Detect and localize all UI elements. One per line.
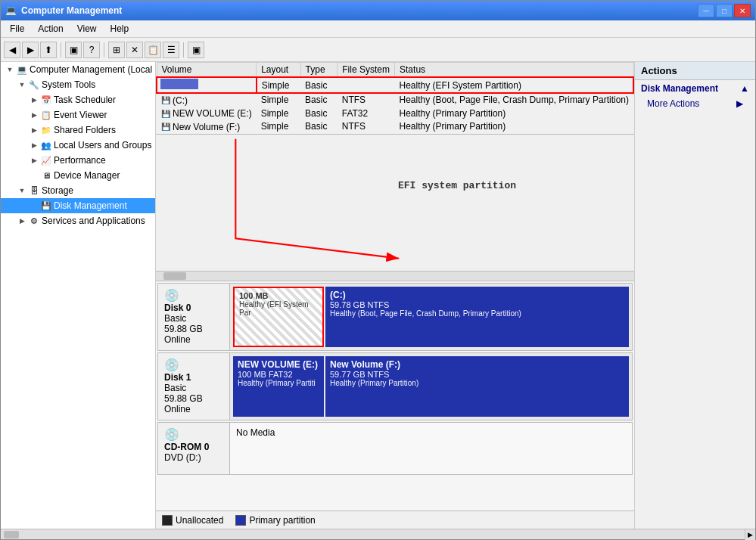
table-row[interactable]: Simple Basic Healthy (EFI System Partiti… [157, 77, 633, 93]
disk1-partitions: NEW VOLUME (E:) 100 MB FAT32 Healthy (Pr… [230, 353, 632, 420]
actions-panel: Actions Disk Management ▲ More Actions ▶ [634, 62, 755, 529]
submenu-arrow-icon: ▶ [736, 98, 743, 109]
sidebar-item-storage[interactable]: ▼ 🗄 Storage [1, 183, 155, 198]
expand-icon-none [28, 200, 40, 212]
bottom-scrollbar-thumb[interactable] [4, 531, 19, 538]
view-button[interactable]: ☰ [163, 42, 179, 58]
c-label: (C:) [330, 290, 624, 300]
table-cell-layout: Simple [257, 77, 300, 93]
sidebar: ▼ 💻 Computer Management (Local ▼ 🔧 Syste… [1, 62, 156, 529]
disk0-partitions: 100 MB Healthy (EFI System Par (C:) 59.7… [230, 284, 632, 350]
sidebar-item-local-users[interactable]: ▶ 👥 Local Users and Groups [1, 138, 155, 153]
disk-small-icon: 💾 [161, 123, 170, 131]
toolbar: ◀ ▶ ⬆ ▣ ? ⊞ ✕ 📋 ☰ ▣ [1, 38, 755, 62]
sidebar-label: Shared Folders [54, 125, 116, 135]
sidebar-item-root[interactable]: ▼ 💻 Computer Management (Local [1, 62, 155, 77]
minimize-button[interactable]: ─ [698, 4, 714, 17]
expand-icon: ▼ [4, 64, 16, 76]
title-bar: 💻 Computer Management ─ □ ✕ [1, 1, 755, 20]
disk-small-icon: 💾 [161, 96, 170, 104]
efi-status: Healthy (EFI System Par [239, 300, 318, 317]
show-hide-button[interactable]: ▣ [65, 42, 82, 58]
table-cell-fs [338, 77, 395, 93]
sidebar-item-device-manager[interactable]: 🖥 Device Manager [1, 168, 155, 183]
col-volume[interactable]: Volume [157, 63, 257, 78]
event-icon: 📋 [40, 109, 52, 121]
disk1-name: Disk 1 [164, 372, 223, 383]
actions-section[interactable]: Disk Management ▲ [635, 80, 755, 97]
table-row[interactable]: 💾 (C:) Simple Basic NTFS Healthy (Boot, … [157, 93, 633, 107]
sidebar-item-system-tools[interactable]: ▼ 🔧 System Tools [1, 77, 155, 92]
disk-table-area: Volume Layout Type File System Status [156, 62, 634, 135]
col-layout[interactable]: Layout [257, 63, 300, 78]
c-status: Healthy (Boot, Page File, Crash Dump, Pr… [330, 309, 624, 318]
table-row[interactable]: 💾 NEW VOLUME (E:) Simple Basic FAT32 Hea… [157, 107, 633, 120]
sidebar-label: System Tools [42, 79, 95, 90]
disk-visual-area: 💿 Disk 0 Basic 59.88 GB Online 100 MB He… [156, 281, 634, 511]
forward-button[interactable]: ▶ [22, 42, 39, 58]
up-button[interactable]: ⬆ [40, 42, 57, 58]
scrollbar-thumb[interactable] [163, 272, 186, 280]
expand-icon: ▶ [28, 109, 40, 121]
sidebar-item-task-scheduler[interactable]: ▶ 📅 Task Scheduler [1, 92, 155, 107]
col-status[interactable]: Status [395, 63, 633, 78]
legend-unalloc-box [162, 515, 173, 526]
table-scrollbar[interactable] [156, 271, 634, 281]
help-button[interactable]: ? [83, 42, 100, 58]
expand-icon: ▶ [28, 124, 40, 136]
sidebar-item-disk-management[interactable]: 💾 Disk Management [1, 198, 155, 213]
main-content: ▼ 💻 Computer Management (Local ▼ 🔧 Syste… [1, 62, 755, 529]
disk1-f-partition[interactable]: New Volume (F:) 59.77 GB NTFS Healthy (P… [325, 356, 629, 417]
storage-icon: 🗄 [28, 185, 40, 197]
extra-button[interactable]: ▣ [188, 42, 204, 58]
sidebar-item-performance[interactable]: ▶ 📈 Performance [1, 153, 155, 168]
expand-icon: ▼ [16, 79, 28, 91]
disk1-label: 💿 Disk 1 Basic 59.88 GB Online [158, 353, 230, 420]
disk0-type: Basic [164, 313, 223, 324]
close-button[interactable]: ✕ [734, 4, 751, 17]
efi-size: 100 MB [239, 291, 318, 300]
e-size: 100 MB FAT32 [238, 370, 319, 379]
disk0-efi-partition[interactable]: 100 MB Healthy (EFI System Par [233, 287, 324, 347]
bottom-scrollbar[interactable]: ▶ [1, 529, 755, 539]
delete-button[interactable]: ✕ [126, 42, 143, 58]
maximize-button[interactable]: □ [716, 4, 733, 17]
table-cell-status: Healthy (EFI System Partition) [395, 77, 633, 93]
actions-header: Actions [635, 62, 755, 80]
disk0-label: 💿 Disk 0 Basic 59.88 GB Online [158, 284, 230, 350]
col-fs[interactable]: File System [338, 63, 395, 78]
annotation-area: EFI system partition [156, 135, 634, 271]
cdrom0-icon: 💿 [164, 427, 223, 442]
sidebar-item-event-viewer[interactable]: ▶ 📋 Event Viewer [1, 107, 155, 123]
disk0-row: 💿 Disk 0 Basic 59.88 GB Online 100 MB He… [157, 283, 633, 351]
arrow-svg [156, 135, 634, 271]
sidebar-item-services[interactable]: ▶ ⚙ Services and Applications [1, 213, 155, 228]
collapse-icon: ▲ [740, 83, 749, 94]
sidebar-root-label: Computer Management (Local [30, 64, 152, 75]
properties-button[interactable]: 📋 [145, 42, 161, 58]
e-label: NEW VOLUME (E:) [238, 359, 319, 370]
new-window-button[interactable]: ⊞ [108, 42, 125, 58]
menu-view[interactable]: View [71, 22, 103, 36]
menu-file[interactable]: File [4, 22, 30, 36]
scroll-right-btn[interactable]: ▶ [745, 529, 755, 540]
legend-primary: Primary partition [235, 515, 315, 526]
performance-icon: 📈 [40, 154, 52, 166]
annotation-text: EFI system partition [398, 180, 516, 191]
sidebar-item-shared-folders[interactable]: ▶ 📁 Shared Folders [1, 123, 155, 138]
table-row[interactable]: 💾 New Volume (F:) Simple Basic NTFS Heal… [157, 120, 633, 134]
expand-icon: ▶ [16, 215, 28, 227]
expand-icon-none [28, 169, 40, 182]
more-actions-link[interactable]: More Actions ▶ [635, 97, 755, 110]
disk1-e-partition[interactable]: NEW VOLUME (E:) 100 MB FAT32 Healthy (Pr… [233, 356, 324, 417]
back-button[interactable]: ◀ [4, 42, 20, 58]
table-cell-type: Basic [300, 77, 338, 93]
menu-action[interactable]: Action [32, 22, 69, 36]
menu-help[interactable]: Help [104, 22, 135, 36]
disk0-c-partition[interactable]: (C:) 59.78 GB NTFS Healthy (Boot, Page F… [325, 287, 629, 347]
expand-icon: ▶ [28, 139, 40, 151]
c-size: 59.78 GB NTFS [330, 300, 624, 309]
col-type[interactable]: Type [300, 63, 338, 78]
legend-primary-box [235, 515, 246, 526]
disk-table: Volume Layout Type File System Status [156, 62, 634, 134]
